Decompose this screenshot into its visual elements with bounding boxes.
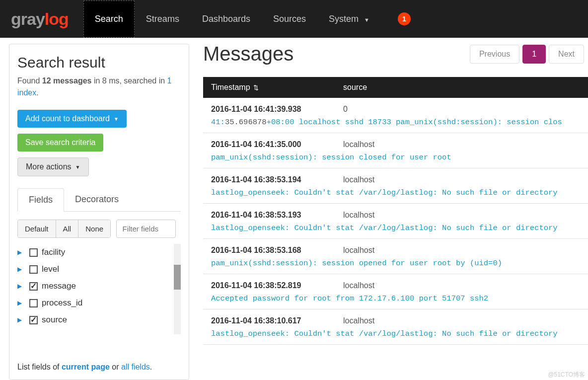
msg-timestamp: 2016-11-04 16:38:53.194 xyxy=(211,175,343,184)
msg-body: pam_unix(sshd:session): session opened f… xyxy=(211,259,580,268)
msg-timestamp: 2016-11-04 16:38:53.193 xyxy=(211,211,343,220)
caret-down-icon: ▼ xyxy=(75,164,80,170)
message-row[interactable]: 2016-11-04 16:38:53.168localhostpam_unix… xyxy=(203,239,588,274)
preset-none[interactable]: None xyxy=(78,220,110,237)
tab-fields[interactable]: Fields xyxy=(17,188,64,212)
pager-current[interactable]: 1 xyxy=(522,45,546,64)
preset-all[interactable]: All xyxy=(56,220,79,237)
msg-body: pam_unix(sshd:session): session closed f… xyxy=(211,153,580,162)
logo-part1: gray xyxy=(11,9,45,29)
main-content: Messages Previous 1 Next Timestamp ⇅ sou… xyxy=(196,38,588,380)
field-checkbox[interactable] xyxy=(29,248,38,257)
filter-fields-input[interactable] xyxy=(116,220,176,238)
pager: Previous 1 Next xyxy=(470,45,588,64)
nav-dashboards[interactable]: Dashboards xyxy=(191,0,262,38)
field-checkbox[interactable] xyxy=(29,316,38,324)
all-fields-link[interactable]: all fields xyxy=(121,363,150,371)
caret-down-icon: ▼ xyxy=(364,17,369,23)
field-row-process_id: ▶process_id xyxy=(17,295,181,311)
current-page-link[interactable]: current page xyxy=(62,363,110,371)
field-controls: Default All None xyxy=(17,220,181,244)
page-title: Messages xyxy=(203,43,294,65)
message-row[interactable]: 2016-11-04 16:38:52.819localhostAccepted… xyxy=(203,274,588,309)
tab-decorators[interactable]: Decorators xyxy=(64,188,130,211)
col-timestamp-label: Timestamp xyxy=(211,83,250,92)
message-count: 12 messages xyxy=(42,76,92,85)
sidebar: Search result Found 12 messages in 8 ms,… xyxy=(0,38,196,380)
expand-icon[interactable]: ▶ xyxy=(17,283,25,290)
sort-desc-icon: ⇅ xyxy=(253,84,259,91)
field-tabs: Fields Decorators xyxy=(17,188,181,212)
nav-system[interactable]: System ▼ xyxy=(317,0,381,38)
field-label: facility xyxy=(42,247,65,257)
msg-timestamp: 2016-11-04 16:41:39.938 xyxy=(211,105,343,114)
add-to-dashboard-button[interactable]: Add count to dashboard ▼ xyxy=(17,110,127,128)
nav-system-label: System xyxy=(329,14,359,24)
msg-body: lastlog_openseek: Couldn't stat /var/log… xyxy=(211,188,580,197)
search-result-panel: Search result Found 12 messages in 8 ms,… xyxy=(9,44,189,380)
navbar: graylog Search Streams Dashboards Source… xyxy=(0,0,588,38)
expand-icon[interactable]: ▶ xyxy=(17,249,25,256)
field-label: level xyxy=(42,264,59,274)
add-to-dashboard-label: Add count to dashboard xyxy=(25,114,110,123)
expand-icon[interactable]: ▶ xyxy=(17,266,25,273)
msg-source: localhost xyxy=(343,246,374,255)
pager-prev[interactable]: Previous xyxy=(470,45,519,64)
msg-timestamp: 2016-11-04 16:41:35.000 xyxy=(211,140,343,149)
table-header: Timestamp ⇅ source xyxy=(203,77,588,98)
msg-body: lastlog_openseek: Couldn't stat /var/log… xyxy=(211,329,580,338)
msg-body: 41:35.696878+08:00 localhost sshd 18733 … xyxy=(211,118,580,127)
msg-source: localhost xyxy=(343,175,374,184)
msg-source: localhost xyxy=(343,281,374,290)
msg-source: localhost xyxy=(343,316,374,325)
logo-part2: log xyxy=(45,9,69,29)
search-result-title: Search result xyxy=(17,54,181,71)
field-row-facility: ▶facility xyxy=(17,244,181,261)
expand-icon[interactable]: ▶ xyxy=(17,316,25,323)
field-label: process_id xyxy=(42,298,82,308)
msg-timestamp: 2016-11-04 16:38:52.819 xyxy=(211,281,343,290)
msg-body: lastlog_openseek: Couldn't stat /var/log… xyxy=(211,224,580,232)
msg-timestamp: 2016-11-04 16:38:53.168 xyxy=(211,246,343,255)
watermark: @51CTO博客 xyxy=(548,371,585,379)
msg-source: 0 xyxy=(343,105,348,114)
field-label: message xyxy=(42,281,76,291)
field-checkbox[interactable] xyxy=(29,282,38,291)
field-list: ▶facility▶level▶message▶process_id▶sourc… xyxy=(17,244,181,334)
field-checkbox[interactable] xyxy=(29,299,38,307)
msg-source: localhost xyxy=(343,140,374,149)
field-row-source: ▶source xyxy=(17,311,181,328)
preset-default[interactable]: Default xyxy=(18,220,56,237)
col-source[interactable]: source xyxy=(343,83,580,92)
message-row[interactable]: 2016-11-04 16:41:39.938041:35.696878+08:… xyxy=(203,98,588,133)
field-label: source xyxy=(42,315,67,325)
field-checkbox[interactable] xyxy=(29,265,38,274)
col-timestamp[interactable]: Timestamp ⇅ xyxy=(211,83,343,92)
expand-icon[interactable]: ▶ xyxy=(17,300,25,306)
message-row[interactable]: 2016-11-04 16:38:53.193localhostlastlog_… xyxy=(203,204,588,239)
message-row[interactable]: 2016-11-04 16:41:35.000localhostpam_unix… xyxy=(203,133,588,168)
save-search-button[interactable]: Save search criteria xyxy=(17,134,103,152)
list-fields-footer: List fields of current page or all field… xyxy=(17,363,152,372)
msg-timestamp: 2016-11-04 16:38:10.617 xyxy=(211,316,343,325)
more-actions-label: More actions xyxy=(26,162,72,171)
scrollbar-thumb[interactable] xyxy=(174,265,181,290)
message-row[interactable]: 2016-11-04 16:38:53.194localhostlastlog_… xyxy=(203,168,588,204)
more-actions-button[interactable]: More actions ▼ xyxy=(17,157,89,176)
caret-down-icon: ▼ xyxy=(114,116,119,122)
msg-source: localhost xyxy=(343,211,374,220)
search-stats: Found 12 messages in 8 ms, searched in 1… xyxy=(17,75,181,99)
msg-body: Accepted password for root from 172.17.6… xyxy=(211,294,580,303)
nav-sources[interactable]: Sources xyxy=(262,0,317,38)
logo[interactable]: graylog xyxy=(11,9,69,29)
field-row-message: ▶message xyxy=(17,278,181,295)
pager-next[interactable]: Next xyxy=(549,45,584,64)
main-header: Messages Previous 1 Next xyxy=(203,38,588,77)
field-row-level: ▶level xyxy=(17,261,181,278)
nav-search[interactable]: Search xyxy=(83,0,135,38)
nav-streams[interactable]: Streams xyxy=(135,0,191,38)
field-preset-group: Default All None xyxy=(17,220,111,238)
message-row[interactable]: 2016-11-04 16:38:10.617localhostlastlog_… xyxy=(203,309,588,345)
notification-badge[interactable]: 1 xyxy=(398,12,411,25)
